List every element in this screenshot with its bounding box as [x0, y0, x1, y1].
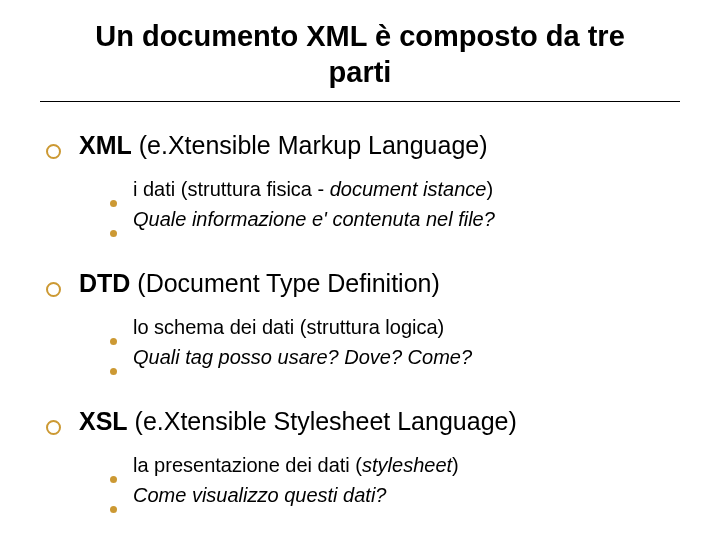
list-item-text: Come visualizzo questi dati? [133, 480, 386, 510]
list-item-text: i dati (struttura fisica - document ista… [133, 174, 493, 204]
circle-bullet-icon [46, 420, 61, 435]
dot-bullet-icon [110, 368, 117, 375]
list-item: i dati (struttura fisica - document ista… [110, 174, 680, 204]
list-item: Come visualizzo questi dati? [110, 480, 680, 510]
section-heading-row: XML (e.Xtensible Markup Language) [46, 130, 680, 160]
list-item: la presentazione dei dati (stylesheet) [110, 450, 680, 480]
section-heading-bold: XML [79, 131, 132, 159]
section-heading: XML (e.Xtensible Markup Language) [79, 130, 488, 160]
section-heading-bold: DTD [79, 269, 130, 297]
dot-bullet-icon [110, 200, 117, 207]
list-item: Quali tag posso usare? Dove? Come? [110, 342, 680, 372]
section-heading: XSL (e.Xtensible Stylesheet Language) [79, 406, 517, 436]
slide-title: Un documento XML è composto da tre parti [40, 18, 680, 102]
section-heading-rest: (Document Type Definition) [130, 269, 439, 297]
section-sublist: lo schema dei dati (struttura logica) Qu… [110, 312, 680, 372]
slide: Un documento XML è composto da tre parti… [0, 0, 720, 540]
section-heading: DTD (Document Type Definition) [79, 268, 440, 298]
list-item-text: Quale informazione e' contenuta nel file… [133, 204, 495, 234]
dot-bullet-icon [110, 476, 117, 483]
section-sublist: i dati (struttura fisica - document ista… [110, 174, 680, 234]
section-heading-row: DTD (Document Type Definition) [46, 268, 680, 298]
list-item: lo schema dei dati (struttura logica) [110, 312, 680, 342]
section-heading-rest: (e.Xtensible Markup Language) [132, 131, 488, 159]
section-sublist: la presentazione dei dati (stylesheet) C… [110, 450, 680, 510]
section-heading-row: XSL (e.Xtensible Stylesheet Language) [46, 406, 680, 436]
list-item-text: Quali tag posso usare? Dove? Come? [133, 342, 472, 372]
circle-bullet-icon [46, 144, 61, 159]
dot-bullet-icon [110, 506, 117, 513]
list-item: Quale informazione e' contenuta nel file… [110, 204, 680, 234]
list-item-text: la presentazione dei dati (stylesheet) [133, 450, 459, 480]
section-heading-bold: XSL [79, 407, 128, 435]
dot-bullet-icon [110, 338, 117, 345]
section-heading-rest: (e.Xtensible Stylesheet Language) [128, 407, 517, 435]
section-dtd: DTD (Document Type Definition) lo schema… [40, 268, 680, 372]
dot-bullet-icon [110, 230, 117, 237]
circle-bullet-icon [46, 282, 61, 297]
section-xml: XML (e.Xtensible Markup Language) i dati… [40, 130, 680, 234]
section-xsl: XSL (e.Xtensible Stylesheet Language) la… [40, 406, 680, 510]
list-item-text: lo schema dei dati (struttura logica) [133, 312, 444, 342]
